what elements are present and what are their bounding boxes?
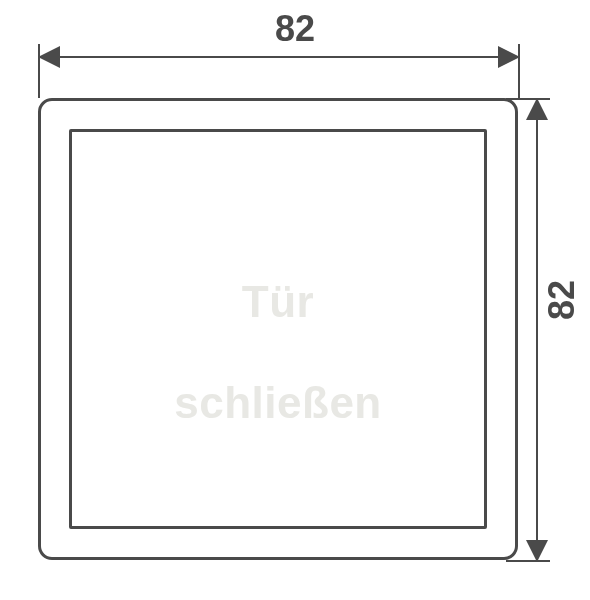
push-plate-text: Tür schließen bbox=[72, 227, 484, 429]
dimension-drawing: 82 82 Tür schließen bbox=[0, 0, 590, 600]
arrow-up-icon bbox=[526, 98, 548, 120]
plate-text-line1: Tür bbox=[242, 277, 314, 326]
push-plate-outer: Tür schließen bbox=[38, 98, 518, 560]
arrow-left-icon bbox=[38, 46, 60, 68]
extension-line bbox=[518, 44, 520, 98]
height-dimension-line bbox=[536, 98, 538, 562]
arrow-down-icon bbox=[526, 540, 548, 562]
extension-line bbox=[506, 98, 550, 100]
width-dimension-line bbox=[38, 56, 520, 58]
extension-line bbox=[38, 44, 40, 98]
plate-text-line2: schließen bbox=[174, 378, 381, 427]
arrow-right-icon bbox=[498, 46, 520, 68]
width-dimension-label: 82 bbox=[0, 8, 590, 50]
height-dimension-label: 82 bbox=[541, 280, 583, 320]
extension-line bbox=[506, 560, 550, 562]
push-plate-inner: Tür schließen bbox=[69, 129, 487, 529]
